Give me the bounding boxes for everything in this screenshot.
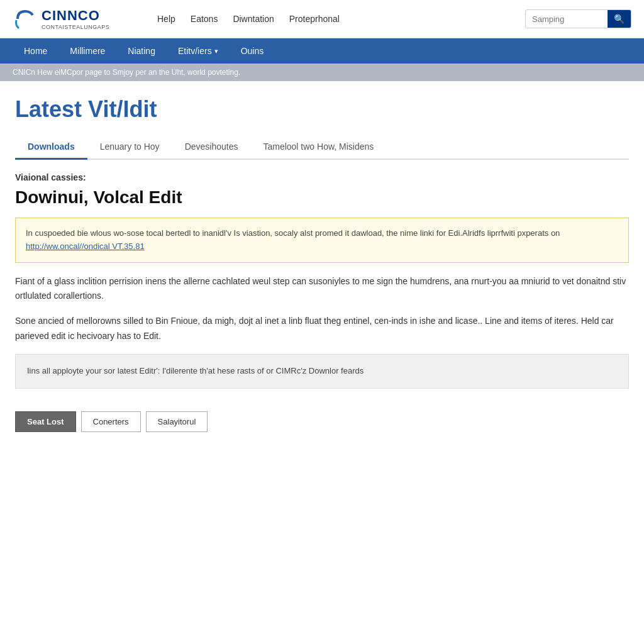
tab-devesihoutes[interactable]: Devesihoutes — [172, 135, 251, 160]
tab-downloads[interactable]: Downloads — [15, 135, 87, 160]
content-area: Viaional cassies: Dowinui, Volcal Edit I… — [15, 172, 629, 389]
notice-box: In cuspoeded bie wlous wo-sose tocal ber… — [15, 218, 629, 263]
nav-link-help[interactable]: Help — [157, 14, 175, 24]
gray-box-text: Iins all apployte your sor latest Editr'… — [27, 366, 364, 375]
nav-home[interactable]: Home — [13, 38, 58, 64]
gray-box: Iins all apployte your sor latest Editr'… — [15, 354, 629, 389]
nav-link-diwntation[interactable]: Diwntation — [233, 14, 274, 24]
nav-link-eatons[interactable]: Eatons — [191, 14, 218, 24]
section-label: Viaional cassies: — [15, 172, 629, 182]
tab-tamelool[interactable]: Tamelool two How, Misidens — [250, 135, 386, 160]
logo-icon — [13, 6, 38, 31]
notice-bar: CNICn Hew elMCpor page to Smjoy per an t… — [0, 64, 644, 81]
nav-millimere[interactable]: Millimere — [58, 38, 116, 64]
blue-nav: Home Millimere Niating Etitv/iers Ouins — [0, 38, 644, 64]
logo-sub-text: CONTAISTEALUNGAPS — [42, 24, 109, 30]
page-title: Latest Vit/Idit — [15, 96, 629, 123]
nav-etitv[interactable]: Etitv/iers — [167, 38, 230, 64]
search-area: 🔍 — [525, 9, 631, 28]
notice-box-link[interactable]: http://ww.oncal//ondical VT.35.81 — [26, 242, 145, 251]
paragraph2: Sone ancied of mellorowns silled to Bin … — [15, 314, 629, 344]
btn-salayitorul[interactable]: Salayitorul — [146, 411, 208, 432]
nav-link-proteprhonal[interactable]: Proteprhonal — [289, 14, 340, 24]
paragraph1: Fiant of a glass inclition perrision ine… — [15, 274, 629, 304]
search-input[interactable] — [526, 11, 608, 28]
btn-conerters[interactable]: Conerters — [81, 411, 141, 432]
nav-ouins[interactable]: Ouins — [230, 38, 275, 64]
search-button[interactable]: 🔍 — [608, 10, 631, 28]
logo-area: CINNCO CONTAISTEALUNGAPS — [13, 6, 138, 31]
logo-text-block: CINNCO CONTAISTEALUNGAPS — [42, 8, 109, 30]
bottom-buttons: Seat Lost Conerters Salayitorul — [15, 401, 629, 445]
tabs: Downloads Lenuary to Hoy Devesihoutes Ta… — [15, 135, 629, 160]
main-content: Latest Vit/Idit Downloads Lenuary to Hoy… — [0, 81, 644, 445]
logo-main-text: CINNCO — [42, 8, 109, 24]
tab-lenuary[interactable]: Lenuary to Hoy — [87, 135, 172, 160]
notice-bar-text: CNICn Hew elMCpor page to Smjoy per an t… — [13, 68, 240, 77]
top-nav: CINNCO CONTAISTEALUNGAPS Help Eatons Diw… — [0, 0, 644, 38]
notice-box-text: In cuspoeded bie wlous wo-sose tocal ber… — [26, 228, 560, 238]
top-nav-links: Help Eatons Diwntation Proteprhonal — [157, 14, 525, 24]
btn-seat-lost[interactable]: Seat Lost — [15, 411, 76, 432]
content-heading: Dowinui, Volcal Edit — [15, 187, 629, 208]
nav-niating[interactable]: Niating — [116, 38, 167, 64]
